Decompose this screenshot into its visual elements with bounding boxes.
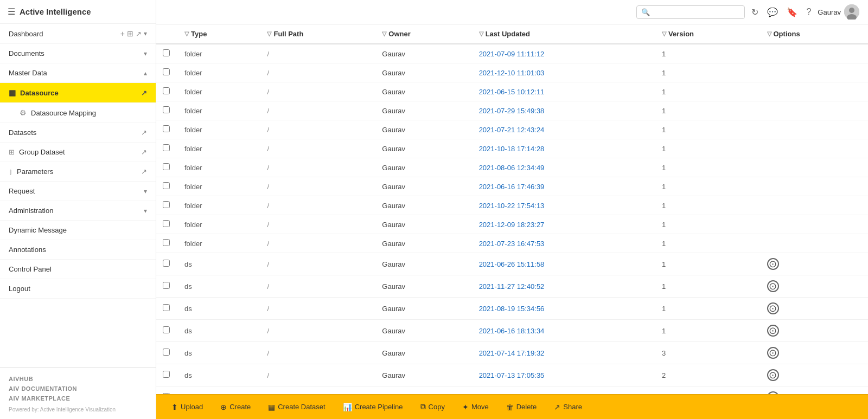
grid-icon[interactable]: ⊞ (127, 29, 133, 38)
sidebar-item-request[interactable]: Request ▾ (0, 182, 156, 201)
sidebar-item-parameters[interactable]: ⫿ Parameters ↗ (0, 162, 156, 182)
options-icon[interactable]: ⊙ (767, 347, 779, 359)
sidebar-item-control-panel[interactable]: Control Panel (0, 260, 156, 279)
sidebar-item-datasets[interactable]: Datasets ↗ (0, 123, 156, 143)
cell-full-path: / (260, 386, 375, 395)
sidebar-item-dashboard[interactable]: Dashboard + ⊞ ↗ ▾ (0, 24, 156, 44)
sidebar-item-datasource[interactable]: ▦ Datasource ↗ (0, 83, 156, 103)
row-checkbox[interactable] (163, 220, 170, 227)
row-checkbox[interactable] (163, 125, 170, 132)
external-link-icon[interactable]: ↗ (141, 148, 147, 156)
cell-full-path: / (260, 44, 375, 63)
move-button[interactable]: ✦ Move (456, 399, 495, 415)
create-pipeline-button[interactable]: 📊 Create Pipeline (336, 399, 410, 415)
row-checkbox[interactable] (163, 239, 170, 246)
bookmark-icon[interactable]: 🔖 (784, 5, 800, 20)
options-icon[interactable]: ⊙ (767, 325, 779, 337)
sidebar-item-documents[interactable]: Documents ▾ (0, 44, 156, 63)
search-box[interactable]: 🔍 (636, 5, 745, 19)
delete-button[interactable]: 🗑 Delete (500, 399, 544, 415)
sidebar-item-administration[interactable]: Administration ▾ (0, 201, 156, 221)
refresh-icon[interactable]: ↻ (749, 5, 761, 20)
row-checkbox[interactable] (163, 326, 170, 333)
cell-owner: Gaurav (375, 275, 472, 298)
create-dataset-button[interactable]: ▦ Create Dataset (261, 399, 331, 415)
sidebar-item-datasource-mapping[interactable]: ⚙ Datasource Mapping (0, 103, 156, 123)
cell-version: 2 (655, 364, 760, 386)
col-owner: ▽ Owner (375, 24, 472, 44)
row-checkbox[interactable] (163, 68, 170, 75)
chevron-down-icon: ▾ (144, 207, 147, 215)
cell-type: ds (178, 364, 260, 386)
nav-section: Dashboard + ⊞ ↗ ▾ Documents ▾ Master Dat… (0, 24, 156, 299)
cell-options (761, 120, 869, 139)
row-checkbox[interactable] (163, 201, 170, 208)
cell-type: ds (178, 253, 260, 275)
hamburger-icon[interactable]: ☰ (8, 7, 15, 17)
row-checkbox[interactable] (163, 349, 170, 356)
options-icon[interactable]: ⊙ (767, 302, 779, 314)
row-checkbox[interactable] (163, 282, 170, 289)
table-row: folder/Gaurav2021-07-23 16:47:531 (156, 234, 868, 253)
version-filter-icon[interactable]: ▽ (662, 30, 666, 37)
options-icon[interactable]: ⊙ (767, 258, 779, 270)
cell-owner: Gaurav (375, 386, 472, 395)
search-icon: 🔍 (641, 8, 650, 16)
cell-version: 1 (655, 177, 760, 196)
cell-options (761, 158, 869, 177)
data-table: ▽ Type ▽ Full Path ▽ Owner (156, 24, 868, 394)
add-icon[interactable]: + (120, 29, 125, 38)
row-checkbox[interactable] (163, 163, 170, 170)
copy-button[interactable]: ⧉ Copy (414, 399, 451, 415)
share-button[interactable]: ↗ Share (547, 399, 589, 415)
row-checkbox[interactable] (163, 106, 170, 113)
aivhub-link[interactable]: AIVHUB (9, 374, 147, 384)
user-info[interactable]: Gaurav (818, 4, 859, 20)
create-button[interactable]: ⊕ Create (214, 399, 257, 415)
external-icon[interactable]: ↗ (136, 30, 142, 38)
owner-filter-icon[interactable]: ▽ (382, 30, 386, 37)
options-icon[interactable]: ⊙ (767, 280, 779, 292)
sidebar-item-annotations[interactable]: Annotations (0, 240, 156, 260)
cell-full-path: / (260, 196, 375, 215)
sidebar-item-dynamic-message[interactable]: Dynamic Message (0, 221, 156, 240)
external-link-icon[interactable]: ↗ (141, 89, 147, 97)
cell-type: folder (178, 101, 260, 120)
aiv-marketplace-link[interactable]: AIV MARKETPLACE (9, 394, 147, 403)
row-checkbox[interactable] (163, 260, 170, 267)
col-last-updated: ▽ Last Updated (473, 24, 655, 44)
options-icon[interactable]: ⊙ (767, 369, 779, 381)
external-link-icon[interactable]: ↗ (141, 167, 147, 176)
type-filter-icon[interactable]: ▽ (184, 30, 189, 37)
sidebar-item-group-dataset[interactable]: ⊞ Group Dataset ↗ (0, 143, 156, 162)
cell-last-updated: 2021-12-09 18:23:27 (473, 215, 655, 234)
aiv-docs-link[interactable]: AIV DOCUMENTATION (9, 384, 147, 394)
cell-type: folder (178, 82, 260, 101)
row-checkbox[interactable] (163, 49, 170, 56)
upload-button[interactable]: ⬆ Upload (165, 399, 209, 415)
options-filter-icon[interactable]: ▽ (767, 30, 771, 37)
mapping-icon: ⚙ (20, 108, 27, 117)
row-checkbox[interactable] (163, 87, 170, 94)
chevron-up-icon: ▴ (144, 69, 147, 77)
chevron-down-icon[interactable]: ▾ (144, 30, 147, 37)
row-checkbox[interactable] (163, 182, 170, 189)
fullpath-filter-icon[interactable]: ▽ (267, 30, 271, 37)
notification-icon[interactable]: 💬 (765, 5, 780, 20)
cell-last-updated: 2021-12-15 11:49:57 (473, 386, 655, 395)
sidebar-item-label: Control Panel (9, 265, 52, 273)
cell-last-updated: 2021-07-14 17:19:32 (473, 342, 655, 364)
sidebar-item-label: Logout (9, 285, 30, 293)
cell-version: 1 (655, 320, 760, 342)
row-checkbox[interactable] (163, 371, 170, 378)
sidebar-item-master-data[interactable]: Master Data ▴ (0, 63, 156, 83)
row-checkbox[interactable] (163, 144, 170, 151)
help-icon[interactable]: ? (804, 5, 813, 19)
lastupdated-filter-icon[interactable]: ▽ (479, 30, 483, 37)
cell-full-path: / (260, 63, 375, 82)
search-input[interactable] (653, 8, 740, 16)
row-checkbox[interactable] (163, 304, 170, 311)
external-link-icon[interactable]: ↗ (141, 128, 147, 137)
sidebar-item-label: Request (9, 187, 35, 195)
sidebar-item-logout[interactable]: Logout (0, 279, 156, 299)
